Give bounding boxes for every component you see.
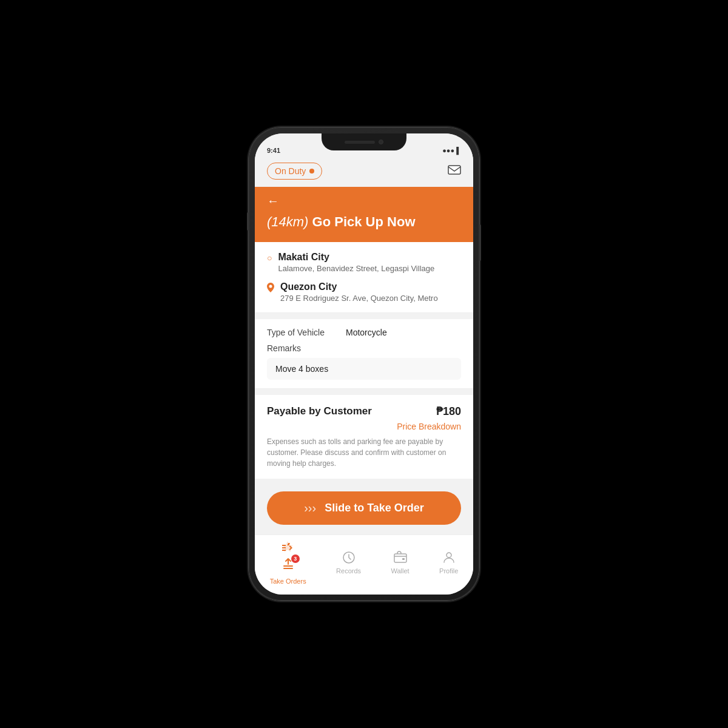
slide-button-label: Slide to Take Order [325,502,424,514]
nav-take-orders[interactable]: 3 Take Orders [270,540,306,585]
nav-profile-label: Profile [439,567,458,575]
order-header: ← (14km) Go Pick Up Now [255,187,473,242]
remarks-box: Move 4 boxes [267,358,461,380]
order-title: (14km) Go Pick Up Now [267,214,461,230]
payment-row: Payable by Customer ₱180 [267,405,461,418]
pickup-icon: ○ [267,253,272,263]
take-orders-icon [280,540,295,554]
divider-1 [255,312,473,313]
volume-button [247,212,249,231]
vehicle-type-row: Type of Vehicle Motorcycle [267,328,461,337]
price-breakdown-link[interactable]: Price Breakdown [397,422,461,431]
slide-section: ››› Slide to Take Order [255,482,473,534]
slide-arrows-icon: ››› [304,501,316,515]
dropoff-city: Quezon City [280,281,438,292]
upload-icon-svg: 3 [280,557,296,575]
order-distance: (14km) [267,214,308,229]
mail-icon[interactable] [448,165,461,178]
take-orders-badge: 3 [291,554,300,563]
pickup-location: ○ Makati City Lalamove, Benavidez Street… [267,252,461,273]
svg-rect-0 [448,166,460,174]
svg-point-6 [447,553,451,558]
profile-icon [442,550,456,565]
route-card: ○ Makati City Lalamove, Benavidez Street… [255,242,473,312]
content-area: ○ Makati City Lalamove, Benavidez Street… [255,242,473,482]
dropoff-location: Quezon City 279 E Rodriguez Sr. Ave, Que… [267,281,461,303]
slide-to-take-order-button[interactable]: ››› Slide to Take Order [267,491,461,525]
time: 9:41 [267,147,280,154]
top-header: On Duty [255,158,473,187]
power-button [479,224,481,261]
records-icon [342,550,356,565]
camera [379,140,383,144]
phone-screen: 9:41 ●●● ▌ On Duty ← (14km) Go Pick Up N… [255,133,473,595]
nav-wallet[interactable]: Wallet [391,550,409,575]
payment-amount: ₱180 [436,405,461,418]
phone-frame: 9:41 ●●● ▌ On Duty ← (14km) Go Pick Up N… [249,127,479,601]
nav-wallet-label: Wallet [391,567,409,575]
on-duty-badge[interactable]: On Duty [267,163,322,180]
nav-records[interactable]: Records [336,550,361,575]
dropoff-info: Quezon City 279 E Rodriguez Sr. Ave, Que… [280,281,438,303]
on-duty-dot [309,169,314,174]
vehicle-type-value: Motorcycle [346,328,387,337]
pickup-info: Makati City Lalamove, Benavidez Street, … [278,252,434,273]
speaker [345,141,375,144]
on-duty-label: On Duty [275,166,306,176]
pickup-address: Lalamove, Benavidez Street, Legaspi Vill… [278,264,434,273]
status-icons: ●●● ▌ [442,147,461,154]
wallet-icon [393,550,408,565]
nav-profile[interactable]: Profile [439,550,458,575]
price-breakdown-row: Price Breakdown [267,422,461,431]
payment-label: Payable by Customer [267,405,372,417]
pickup-city: Makati City [278,252,434,263]
dropoff-icon [267,283,274,294]
svg-rect-5 [402,558,405,560]
back-button[interactable]: ← [267,194,461,208]
order-action: Go Pick Up Now [312,214,416,229]
notch [322,133,406,150]
svg-rect-2 [283,568,293,569]
dropoff-address: 279 E Rodriguez Sr. Ave, Quezon City, Me… [280,294,438,303]
nav-records-label: Records [336,567,361,575]
payment-note: Expenses such as tolls and parking fee a… [267,436,461,469]
nav-take-orders-label: Take Orders [270,578,306,585]
bottom-navigation: 3 Take Orders Records Wa [255,534,473,595]
payment-card: Payable by Customer ₱180 Price Breakdown… [255,395,473,479]
vehicle-type-label: Type of Vehicle [267,328,346,337]
svg-rect-1 [283,565,293,567]
remarks-label: Remarks [267,343,461,353]
svg-rect-4 [394,554,406,562]
divider-2 [255,388,473,389]
vehicle-card: Type of Vehicle Motorcycle Remarks Move … [255,319,473,388]
